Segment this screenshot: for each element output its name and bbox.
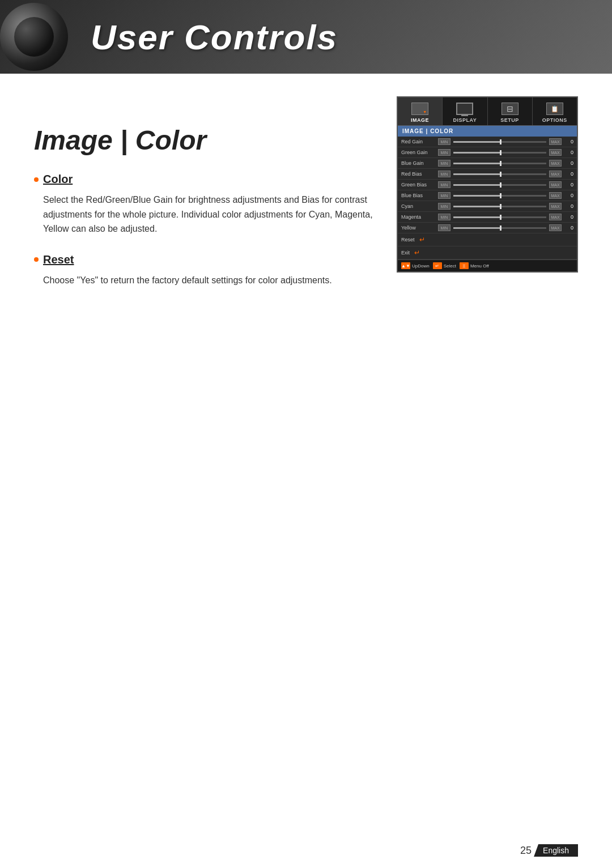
osd-row: Red Bias MIN MAX 0: [398, 169, 577, 180]
osd-row-value: 0: [563, 225, 573, 231]
osd-slider-fill: [453, 227, 500, 229]
osd-slider-thumb: [500, 225, 502, 231]
reset-heading: Reset: [34, 253, 380, 266]
osd-footer-item: ▲▼ UpDown: [401, 262, 430, 269]
reset-body: Choose "Yes" to return the factory defau…: [43, 273, 380, 288]
osd-slider-fill: [453, 195, 500, 197]
setup-icon: ⊟: [502, 103, 518, 115]
osd-row-label: Cyan: [401, 203, 438, 209]
osd-row-label: Blue Bias: [401, 193, 438, 198]
osd-row-max: MAX: [549, 181, 562, 188]
setup-tab-icon: ⊟: [501, 102, 519, 116]
image-tab-icon: [411, 102, 429, 116]
osd-tab-image[interactable]: IMAGE: [398, 97, 443, 125]
osd-row-max: MAX: [549, 160, 562, 167]
osd-row-value: 0: [563, 150, 573, 155]
display-tab-label: DISPLAY: [453, 117, 477, 123]
osd-row-label: Green Gain: [401, 150, 438, 155]
main-content: Image | Color Color Select the Red/Green…: [0, 74, 612, 310]
osd-row-value: 0: [563, 214, 573, 220]
osd-row-label: Green Bias: [401, 182, 438, 188]
osd-row-value: 0: [563, 193, 573, 198]
image-icon: [411, 103, 428, 115]
osd-row-value: 0: [563, 160, 573, 166]
osd-row-min: MIN: [438, 203, 450, 210]
osd-row-min: MIN: [438, 138, 450, 145]
osd-action-arrow-icon: ↵: [419, 236, 425, 244]
osd-row-max: MAX: [549, 203, 562, 210]
page-number: 25: [520, 845, 532, 857]
osd-row-label: Red Bias: [401, 171, 438, 177]
osd-slider-thumb: [500, 204, 502, 209]
osd-action-label: Reset: [401, 237, 415, 242]
osd-slider-track[interactable]: [453, 184, 546, 186]
osd-slider-track[interactable]: [453, 141, 546, 143]
osd-footer-icon: Ξ: [460, 262, 469, 269]
osd-slider-track[interactable]: [453, 195, 546, 197]
osd-row-min: MIN: [438, 224, 450, 231]
osd-footer-text: UpDown: [412, 263, 430, 269]
osd-row: Yellow MIN MAX 0: [398, 223, 577, 233]
osd-slider-thumb: [500, 215, 502, 220]
osd-footer: ▲▼ UpDown ↵ Select Ξ Menu Off: [398, 259, 577, 271]
osd-slider-track[interactable]: [453, 216, 546, 218]
display-tab-icon: [456, 102, 474, 116]
osd-slider-thumb: [500, 139, 502, 144]
osd-action-row[interactable]: Exit ↵: [398, 246, 577, 259]
osd-row-value: 0: [563, 203, 573, 209]
osd-row-value: 0: [563, 182, 573, 188]
osd-slider-fill: [453, 206, 500, 207]
section-title: Image | Color: [34, 125, 380, 156]
osd-slider-track[interactable]: [453, 173, 546, 175]
options-tab-label: OPTIONS: [542, 117, 567, 123]
osd-row-min: MIN: [438, 171, 450, 177]
osd-slider-fill: [453, 216, 500, 218]
osd-tab-setup[interactable]: ⊟ SETUP: [488, 97, 533, 125]
osd-row-min: MIN: [438, 214, 450, 220]
osd-slider-track[interactable]: [453, 227, 546, 229]
osd-row: Cyan MIN MAX 0: [398, 201, 577, 212]
osd-rows: Red Gain MIN MAX 0 Green Gain MIN MAX 0 …: [398, 137, 577, 233]
osd-slider-thumb: [500, 172, 502, 177]
osd-slider-track[interactable]: [453, 206, 546, 207]
osd-row-min: MIN: [438, 181, 450, 188]
osd-slider-thumb: [500, 182, 502, 188]
osd-row-min: MIN: [438, 149, 450, 156]
setup-tab-label: SETUP: [500, 117, 519, 123]
header: User Controls: [0, 0, 612, 74]
osd-row-max: MAX: [549, 192, 562, 199]
display-icon: [456, 103, 473, 115]
osd-tab-options[interactable]: 📋 OPTIONS: [533, 97, 577, 125]
osd-tab-display[interactable]: DISPLAY: [443, 97, 487, 125]
osd-slider-thumb: [500, 150, 502, 155]
osd-slider-thumb: [500, 161, 502, 166]
osd-footer-item: ↵ Select: [433, 262, 456, 269]
osd-slider-fill: [453, 173, 500, 175]
osd-row-max: MAX: [549, 171, 562, 177]
left-panel: Image | Color Color Select the Red/Green…: [34, 96, 380, 287]
osd-row: Red Gain MIN MAX 0: [398, 137, 577, 147]
osd-slider-thumb: [500, 193, 502, 198]
osd-action-row[interactable]: Reset ↵: [398, 233, 577, 246]
page-footer: 25 English: [520, 844, 578, 857]
lens-icon: [0, 3, 68, 71]
osd-row: Green Gain MIN MAX 0: [398, 147, 577, 158]
osd-footer-icon: ▲▼: [401, 262, 410, 269]
osd-action-arrow-icon: ↵: [414, 249, 420, 257]
osd-footer-text: Menu Off: [470, 263, 489, 269]
osd-row-max: MAX: [549, 214, 562, 220]
osd-footer-item: Ξ Menu Off: [460, 262, 489, 269]
osd-slider-track[interactable]: [453, 163, 546, 164]
osd-slider-track[interactable]: [453, 152, 546, 154]
descriptions: Color Select the Red/Green/Blue Gain for…: [34, 173, 380, 287]
color-heading: Color: [34, 173, 380, 186]
osd-row-label: Red Gain: [401, 139, 438, 144]
osd-row-max: MAX: [549, 224, 562, 231]
osd-row-label: Blue Gain: [401, 160, 438, 166]
color-body: Select the Red/Green/Blue Gain for brigh…: [43, 193, 380, 236]
osd-slider-fill: [453, 152, 500, 154]
osd-row-value: 0: [563, 171, 573, 177]
osd-footer-icon: ↵: [433, 262, 442, 269]
osd-actions: Reset ↵ Exit ↵: [398, 233, 577, 259]
osd-slider-fill: [453, 184, 500, 186]
